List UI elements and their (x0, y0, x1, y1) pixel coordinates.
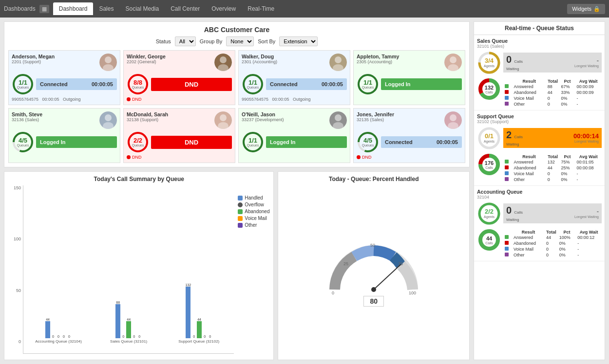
tab-overview[interactable]: Overview (206, 2, 242, 15)
lock-icon: 🔒 (593, 6, 600, 12)
svg-point-21 (105, 114, 112, 121)
filter-row: Status All Group By None Sort By Extensi… (8, 36, 465, 46)
calls-detail: 44 Calls Result Total Pct Avg Wait Answe… (477, 228, 602, 258)
calls-donut: 44 Calls (477, 228, 501, 252)
charts-section: Today's Call Summary by Queue 150 100 50… (4, 171, 470, 360)
table-row: Other 0 0% - (503, 177, 602, 182)
table-row: Abandoned 44 25% 00:00:08 (503, 165, 602, 171)
legend-label: Voice Mail (245, 216, 267, 221)
result-total: 0 (546, 171, 560, 177)
tab-dashboard[interactable]: Dashboard (53, 2, 94, 15)
col-total: Total (546, 154, 560, 159)
bar: 44 (45, 318, 50, 338)
result-color (505, 171, 509, 175)
result-color (505, 253, 509, 256)
gauge-wrapper: 0 25 50 75 100 80 (325, 236, 422, 305)
result-pct: 0% (560, 177, 575, 182)
bar-value: 0 (122, 335, 124, 338)
avatar (444, 54, 462, 71)
result-avg: 00:00:12 (576, 235, 602, 240)
status-filter-select[interactable]: All (175, 36, 196, 46)
table-row: Voice Mail 0 0% - (503, 246, 602, 252)
bar-group: 88 0 44 0 0 Sales Queue (32101) (94, 185, 164, 344)
main-content: ABC Customer Care Status All Group By No… (0, 18, 609, 364)
tab-call-center[interactable]: Call Center (165, 2, 206, 15)
col-result: Result (512, 230, 545, 235)
result-label: Abandoned (512, 240, 545, 246)
legend-label: Abandoned (245, 209, 269, 214)
calls-label: Calls (485, 166, 494, 169)
bar-rect (126, 321, 131, 338)
left-panel: ABC Customer Care Status All Group By No… (4, 21, 470, 360)
result-avg: 00:00:08 (575, 165, 602, 171)
svg-point-11 (335, 56, 342, 63)
col-avg: Avg Wait (576, 230, 602, 235)
result-total: 0 (545, 252, 558, 258)
svg-line-40 (374, 264, 401, 290)
result-total: 44 (546, 165, 560, 171)
sort-filter-select[interactable]: Extension (279, 36, 318, 46)
legend-item: Voice Mail (238, 216, 269, 221)
result-pct: 0% (560, 95, 575, 101)
bar-value: 0 (57, 335, 59, 338)
widgets-button[interactable]: Widgets 🔒 (567, 4, 605, 14)
result-pct: 75% (560, 159, 575, 165)
col-total: Total (546, 79, 560, 84)
bar-chart-box: Today's Call Summary by Queue 150 100 50… (4, 171, 274, 360)
agent-header: Anderson, Megan 2201 (Support) (12, 54, 117, 71)
result-label: Voice Mail (513, 171, 546, 177)
calls-detail: 176 Calls Result Total Pct Avg Wait Answ… (477, 152, 602, 182)
agent-ext: 32135 (Sales) (357, 117, 394, 122)
agent-name: Anderson, Megan (12, 54, 55, 59)
queue-id: 32101 (Sales) (477, 44, 508, 49)
dnd-indicator: DND (127, 97, 232, 102)
bar-chart-title: Today's Call Summary by Queue (8, 176, 269, 182)
table-row: Abandoned 0 0% - (503, 240, 602, 246)
bar-value: 0 (209, 335, 211, 338)
sort-filter-label: Sort By (258, 38, 275, 44)
col-total: Total (545, 230, 558, 235)
tab-real-time[interactable]: Real-Time (242, 2, 280, 15)
avatar (99, 111, 117, 129)
bar-group: 132 0 44 0 0 Support Queue (32102) (164, 185, 234, 344)
legend-item: Overflow (238, 202, 269, 207)
legend-color (238, 216, 243, 221)
queue-section: Support Queue 32102 (Support) 0/1 Agents… (474, 110, 605, 186)
agent-card: Winkler, George 2202 (General) 8/8 Queue… (123, 50, 235, 105)
agent-name: Appleton, Tammy (357, 54, 399, 59)
result-pct: 0% (560, 171, 575, 177)
tab-social-media[interactable]: Social Media (119, 2, 165, 15)
status-badge: DND (151, 78, 232, 91)
group-filter-select[interactable]: None (226, 36, 254, 46)
table-row: Abandoned 44 33% 00:00:09 (503, 90, 602, 95)
svg-point-36 (450, 114, 457, 121)
agents-circle: 0/1 Agents (477, 126, 501, 150)
svg-text:100: 100 (409, 291, 416, 294)
agent-status-row: 8/8 Queues DND (127, 73, 232, 95)
total-calls: 44 (485, 236, 493, 241)
agent-name: McDonald, Sarah (127, 111, 168, 117)
total-calls: 132 (485, 85, 494, 91)
svg-text:0: 0 (332, 291, 334, 294)
queue-section: Accounting Queue 32104 2/2 Agents 0 Call… (474, 186, 605, 261)
agent-status-row: 4/5 Queues Connected00:00:05 (357, 131, 462, 153)
calls-table: Result Total Pct Avg Wait Answered 44 10… (503, 228, 602, 258)
table-row: Other 0 0% - (503, 252, 602, 258)
bar-rect (186, 287, 190, 338)
result-pct: 0% (558, 246, 576, 252)
agent-status-row: 4/5 Queues Logged In (12, 131, 117, 153)
result-pct: 0% (558, 252, 576, 258)
tab-sales[interactable]: Sales (93, 2, 119, 15)
avatar (329, 111, 347, 129)
avatar (214, 111, 232, 129)
avatar (99, 54, 117, 71)
gauge-value: 80 (363, 296, 384, 307)
legend-color (238, 196, 243, 200)
legend-item: Abandoned (238, 209, 269, 214)
queue-id: 32104 (477, 195, 522, 200)
table-row: Other 0 0% - (503, 101, 602, 107)
agent-ext: 33237 (Development) (242, 117, 284, 122)
bar-value: 0 (204, 335, 206, 338)
result-pct: 33% (560, 90, 575, 95)
agent-header: McDonald, Sarah 32138 (Support) (127, 111, 232, 129)
